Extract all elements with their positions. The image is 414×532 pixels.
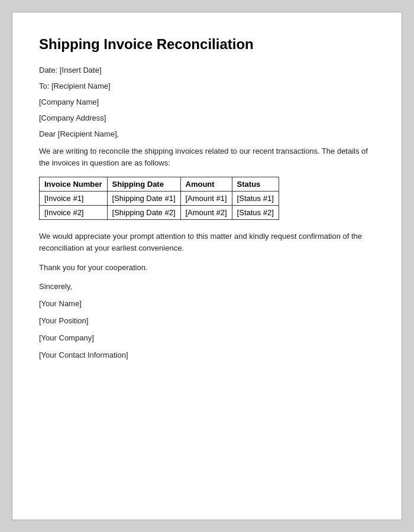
sincerely-text: Sincerely, — [39, 282, 375, 291]
table-cell-r0-c3: [Status #1] — [232, 192, 279, 206]
col-header-invoice: Invoice Number — [40, 177, 108, 192]
table-header-row: Invoice Number Shipping Date Amount Stat… — [40, 177, 279, 192]
table-cell-r1-c3: [Status #2] — [232, 206, 279, 220]
salutation-field: Dear [Recipient Name], — [39, 129, 375, 138]
closing-paragraph: We would appreciate your prompt attentio… — [39, 231, 375, 254]
table-cell-r0-c1: [Shipping Date #1] — [107, 192, 180, 206]
date-field: Date: [Insert Date] — [39, 66, 375, 74]
table-row: [Invoice #1][Shipping Date #1][Amount #1… — [40, 192, 279, 206]
document-title: Shipping Invoice Reconciliation — [39, 36, 375, 53]
your-contact-field: [Your Contact Information] — [39, 351, 375, 359]
signature-block: Sincerely, [Your Name] [Your Position] [… — [39, 282, 375, 359]
company-name-field: [Company Name] — [39, 98, 375, 106]
your-company-field: [Your Company] — [39, 333, 375, 342]
table-cell-r1-c1: [Shipping Date #2] — [107, 206, 180, 220]
table-cell-r0-c0: [Invoice #1] — [40, 192, 108, 206]
your-position-field: [Your Position] — [39, 316, 375, 325]
thank-you-text: Thank you for your cooperation. — [39, 262, 375, 274]
invoice-table: Invoice Number Shipping Date Amount Stat… — [39, 177, 279, 220]
your-name-field: [Your Name] — [39, 299, 375, 308]
table-row: [Invoice #2][Shipping Date #2][Amount #2… — [40, 206, 279, 220]
table-cell-r0-c2: [Amount #1] — [180, 192, 232, 206]
table-cell-r1-c0: [Invoice #2] — [40, 206, 108, 220]
intro-paragraph: We are writing to reconcile the shipping… — [39, 145, 375, 168]
company-address-field: [Company Address] — [39, 113, 375, 122]
to-field: To: [Recipient Name] — [39, 82, 375, 90]
document-container: Shipping Invoice Reconciliation Date: [I… — [12, 12, 402, 520]
col-header-amount: Amount — [180, 177, 232, 192]
table-cell-r1-c2: [Amount #2] — [180, 206, 232, 220]
col-header-status: Status — [232, 177, 279, 192]
col-header-shipping-date: Shipping Date — [107, 177, 180, 192]
